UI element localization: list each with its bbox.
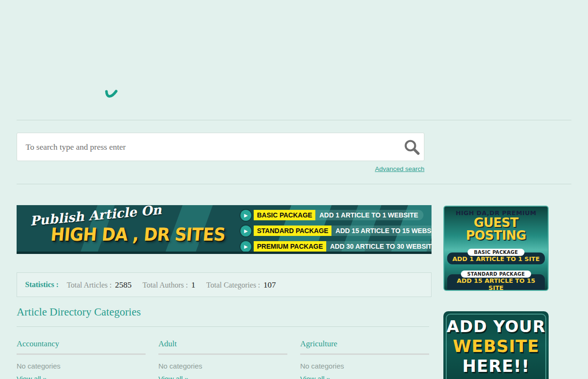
statistics-bar: Statistics : Total Articles :2585 Total …	[17, 272, 432, 297]
stat-label: Total Articles :	[67, 281, 112, 289]
publish-article-banner-ad[interactable]: Publish Article On HIGH DA , DR SITES ▶ …	[17, 205, 432, 254]
category-link[interactable]: Agriculture	[300, 339, 429, 349]
stat-value: 107	[264, 280, 276, 289]
categories-divider	[17, 326, 429, 327]
categories-section-title: Article Directory Categories	[17, 306, 141, 318]
stat-label: Total Categories :	[206, 281, 260, 289]
ad-package-group: BASIC PACKAGE ADD 1 ARTICLE TO 1 SITE	[444, 247, 548, 264]
category-underline	[300, 353, 429, 355]
header-divider	[17, 120, 571, 120]
ad-package-tag: STANDARD PACKAGE	[461, 271, 531, 278]
add-website-sidebar-ad[interactable]: ADD YOUR WEBSITE HERE!!	[443, 311, 549, 379]
view-all-link[interactable]: View all »	[17, 375, 146, 379]
package-desc: ADD 15 ARTICLE TO 15 WEBSITES	[331, 226, 432, 236]
category-empty-text: No categories	[17, 362, 146, 370]
ad-text-line: WEBSITE	[443, 336, 549, 356]
category-underline	[158, 353, 287, 355]
logo-swoosh-icon	[105, 89, 118, 103]
search-bar	[17, 133, 424, 161]
search-section-divider	[17, 184, 571, 184]
ad-package-tag: BASIC PACKAGE	[468, 249, 524, 256]
package-tag: BASIC PACKAGE	[254, 210, 315, 220]
category-empty-text: No categories	[300, 362, 429, 370]
advanced-search-link[interactable]: Advanced search	[375, 165, 424, 172]
play-bullet-icon: ▶	[240, 210, 251, 221]
guest-posting-sidebar-ad[interactable]: HIGH DA,DR PREMIUM GUEST POSTING BASIC P…	[443, 206, 549, 291]
banner-package-row: ▶ STANDARD PACKAGE ADD 15 ARTICLE TO 15 …	[240, 225, 432, 236]
banner-package-row: ▶ BASIC PACKAGE ADD 1 ARTICLE TO 1 WEBSI…	[240, 209, 432, 221]
package-tag: STANDARD PACKAGE	[254, 226, 331, 236]
page: { "colors": { "background": "#e2f1ed", "…	[0, 0, 588, 379]
banner-title: HIGH DA , DR SITES	[50, 224, 226, 244]
magnifier-icon	[404, 150, 421, 157]
package-desc: ADD 30 ARTICLE TO 30 WEBSITES	[326, 241, 432, 252]
stat-value: 2585	[115, 280, 132, 289]
banner-package-row: ▶ PREMIUM PACKAGE ADD 30 ARTICLE TO 30 W…	[240, 241, 432, 252]
stat-label: Total Authors :	[143, 281, 188, 289]
category-link[interactable]: Accountancy	[17, 339, 146, 349]
ad-package-group: STANDARD PACKAGE ADD 15 ARTICLE TO 15 SI…	[444, 269, 548, 291]
category-underline	[17, 353, 146, 355]
package-desc: ADD 1 ARTICLE TO 1 WEBSITE	[315, 210, 423, 220]
ad-text-line: HERE!!	[443, 356, 549, 377]
banner-package-list: ▶ BASIC PACKAGE ADD 1 ARTICLE TO 1 WEBSI…	[240, 209, 432, 252]
advanced-search-row: Advanced search	[17, 164, 424, 173]
category-columns: Accountancy No categories View all » Adu…	[17, 339, 432, 379]
stat-total-categories: Total Categories :107	[206, 280, 276, 290]
play-bullet-icon: ▶	[240, 226, 251, 236]
stat-total-authors: Total Authors :1	[143, 280, 196, 290]
package-tag: PREMIUM PACKAGE	[254, 241, 326, 252]
stat-total-articles: Total Articles :2585	[67, 280, 132, 290]
ad-text-line: ADD YOUR	[443, 311, 549, 336]
ad-headline-large: GUEST POSTING	[444, 217, 548, 243]
search-input[interactable]	[17, 133, 424, 161]
stat-value: 1	[191, 280, 195, 289]
view-all-link[interactable]: View all »	[300, 375, 429, 379]
category-column-agriculture: Agriculture No categories View all »	[300, 339, 429, 379]
view-all-link[interactable]: View all »	[158, 375, 287, 379]
category-column-accountancy: Accountancy No categories View all »	[17, 339, 146, 379]
category-link[interactable]: Adult	[158, 339, 287, 349]
statistics-heading: Statistics :	[25, 280, 59, 289]
category-empty-text: No categories	[158, 362, 287, 370]
search-button[interactable]	[403, 139, 421, 157]
play-bullet-icon: ▶	[240, 241, 251, 252]
category-column-adult: Adult No categories View all »	[158, 339, 287, 379]
